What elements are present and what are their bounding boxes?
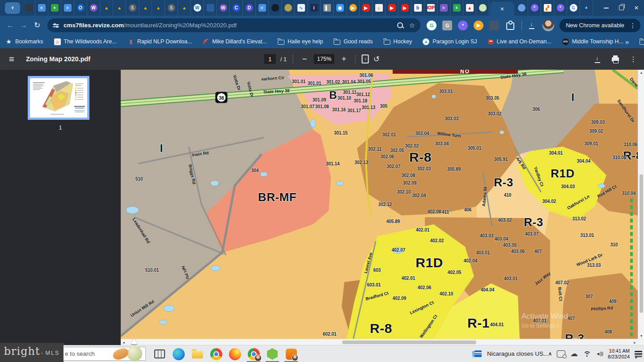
task-view-button[interactable] [150,346,169,362]
drive-icon[interactable]: ▲ [178,0,191,16]
shrine-icon[interactable]: ▲ [463,0,476,16]
c-circle-icon[interactable]: C [230,0,243,16]
wifi-icon[interactable] [583,351,591,357]
pdf-download-icon[interactable] [594,55,601,63]
camera-icon[interactable]: ◉ [334,0,347,16]
doc-icon[interactable]: ≡ [61,0,74,16]
address-bar[interactable]: cms7files.revize.com/mountlaurel/Zoning%… [47,18,420,32]
search-icon[interactable] [397,22,403,28]
flower-icon[interactable]: * [528,0,541,16]
edge-button[interactable] [169,346,188,362]
doc-icon[interactable]: ≡ [35,0,48,16]
zoom-level[interactable]: 175% [314,54,335,64]
flower-icon[interactable]: * [554,0,567,16]
green-circle-icon[interactable] [476,0,489,16]
drive-icon[interactable]: ▲ [139,0,152,16]
youtube-icon[interactable]: ▶ [398,0,411,16]
hexagon-app-button[interactable] [263,346,282,362]
globe-icon[interactable] [515,0,528,16]
bookmark-good-reads[interactable]: Good reads [334,38,373,45]
vertical-scrollbar[interactable]: ▲ ▼ [638,70,644,339]
chrome-button[interactable] [207,346,225,362]
ring-icon[interactable]: O [74,0,87,16]
info-icon[interactable]: i [308,0,321,16]
s-circle-icon[interactable]: S [165,0,178,16]
all-bookmarks-button[interactable]: All Bookmarks [640,38,644,45]
bookmark-live-and-on-deman[interactable]: Live and On-Deman... [488,38,551,45]
extensions-puzzle-icon[interactable] [506,22,514,30]
rotate-icon[interactable]: ↻ [373,55,380,64]
tab-search-chevron-icon[interactable]: ∨ [3,0,22,16]
pdf-map-canvas[interactable]: BBR-MFR-8R-3R1DR-3R1DR-8R-1R-3IIR-8301.0… [121,70,638,339]
home-app-icon[interactable]: ⌂ [373,0,386,16]
bookmark-rapid-nlp-downloa[interactable]: )(Rapid NLP Downloa... [127,38,192,45]
chart-icon[interactable]: ∿ [295,0,308,16]
scroll-up-icon[interactable]: ▲ [638,70,644,76]
youtube-icon[interactable]: ▶ [386,0,398,16]
tab-close-icon[interactable]: × [500,5,504,13]
bookmark-star-icon[interactable]: ☆ [409,21,415,29]
s-circle-icon[interactable]: S [126,0,139,16]
tray-chevron-icon[interactable]: ∧ [548,351,552,357]
bplus-icon[interactable]: b [411,0,424,16]
page-number-input[interactable]: 1 [264,54,276,64]
restore-button[interactable] [614,0,629,16]
minimize-button[interactable] [598,0,614,16]
scroll-down-icon[interactable]: ▼ [638,333,644,339]
taskbar-clock[interactable]: 10:41 AM 8/23/2024 [608,348,630,360]
youtube-icon[interactable]: ▶ [360,0,373,16]
bookmark-hockey[interactable]: Hockey [384,38,412,45]
grid-icon[interactable] [22,0,35,16]
browser-menu-icon[interactable]: ⋮ [628,22,638,29]
new-tab-button[interactable]: + [580,0,593,16]
book-icon[interactable]: ▌ [321,0,334,16]
blank-tab[interactable] [204,0,217,16]
drive-icon[interactable]: ▲ [100,0,113,16]
fit-page-icon[interactable]: ↕ [362,55,369,63]
wordpress-icon[interactable]: W [191,0,204,16]
volume-icon[interactable]: ◄))) [596,351,603,356]
close-button[interactable]: × [629,0,644,16]
grammarly-icon[interactable]: G [427,21,436,30]
scroll-right-icon[interactable]: ► [632,339,638,345]
list-badge-icon[interactable]: ≡ [437,0,450,16]
drive-icon[interactable]: ▲ [152,0,165,16]
reload-button[interactable]: ↻ [30,19,44,32]
w-badge-icon[interactable]: W [87,0,100,16]
bookmark-the-wildwoods-are[interactable]: ⌂The Wildwoods Are... [54,38,117,45]
horizontal-scrollbar[interactable]: ◄ ► [121,339,638,345]
teams-icon[interactable] [557,350,565,358]
orange-profile-button[interactable] [282,346,301,362]
play-extension-icon[interactable]: ▶ [474,21,483,30]
zoom-in-button[interactable]: + [339,55,349,64]
horizontal-scroll-thumb[interactable] [342,341,476,344]
pdf-print-icon[interactable] [612,57,619,62]
photo-app-icon[interactable]: ▞ [541,0,554,16]
page-thumbnail[interactable] [28,76,89,120]
chrome-profile-button[interactable] [244,346,263,362]
action-center-icon[interactable] [635,351,642,357]
bookmark-paragon-login-sj[interactable]: ▲Paragon Login SJ [423,38,477,45]
bookmarks-overflow-icon[interactable]: » [623,38,631,46]
w-badge-icon[interactable]: W [217,0,230,16]
active-tab[interactable]: × [490,2,514,16]
file-explorer-button[interactable] [188,346,207,362]
bookmark-bookmarks[interactable]: ★Bookmarks [5,38,43,45]
onedrive-cloud-icon[interactable]: ☁ [570,349,578,358]
vertical-scroll-thumb[interactable] [640,174,643,313]
bookmark-halle-eye-help[interactable]: Halle eye help [278,38,323,45]
back-button[interactable]: ← [4,19,17,32]
drive-icon[interactable]: ▲ [113,0,126,16]
flower-extension-icon[interactable]: * [458,21,468,30]
profile-avatar[interactable] [542,20,554,31]
green-cross-icon[interactable]: + [48,0,61,16]
dark-extension-icon[interactable] [489,21,499,30]
site-info-icon[interactable] [53,23,59,28]
play-circle-icon[interactable]: ▶ [347,0,360,16]
pdf-menu-icon[interactable]: ≡ [9,48,14,70]
scroll-left-icon[interactable]: ◄ [121,339,127,345]
photo-circle-icon[interactable] [282,0,295,16]
zoom-out-button[interactable]: − [300,55,309,64]
bookmark-mike-dillard-s-elevat[interactable]: Mike Dillard's Elevat... [203,38,267,45]
doc-icon[interactable]: ≡ [256,0,269,16]
